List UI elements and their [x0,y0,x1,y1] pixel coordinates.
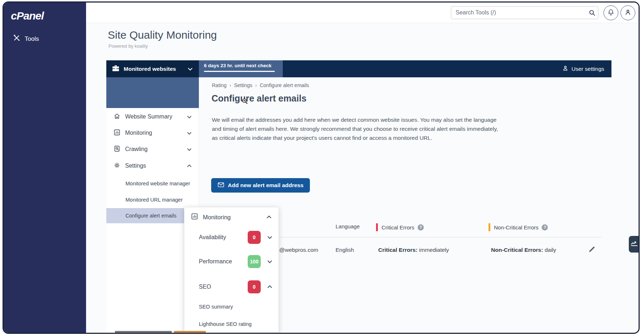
breadcrumb-separator: › [255,82,257,88]
tools-label: Tools [25,35,39,43]
line-chart-icon [630,240,638,249]
monitoring-dropdown-panel: Monitoring Availability 0 Performance 10… [184,207,279,333]
sidebar-header-block [106,77,199,108]
column-label: Critical Errors [381,224,414,231]
row-non-critical-setting: Non-Critical Errors: daily [491,247,556,253]
gear-icon [114,162,120,170]
performance-badge: 100 [248,255,261,268]
add-alert-email-button[interactable]: Add new alert email address [211,178,310,193]
non-critical-label: Non-Critical Errors: [491,247,543,253]
cpanel-logo: cPanel [11,10,44,22]
sidebar-item-monitored-website-manager[interactable]: Monitored website manager [106,178,199,189]
chevron-down-icon [187,130,192,136]
sidebar-item-label: Settings [125,163,146,169]
sidebar-item-crawling[interactable]: Crawling [106,143,199,155]
search-input[interactable] [451,9,586,16]
panel-title-label: Monitoring [203,214,231,221]
bar-chart-icon [191,213,198,221]
column-header-non-critical-errors: Non-Critical Errors ? [489,223,548,231]
seo-badge: 0 [248,280,261,293]
chevron-down-icon [267,234,273,240]
breadcrumb-current: Configure alert emails [260,82,309,88]
chevron-down-icon [187,147,192,152]
sidebar-item-label: Website Summary [125,113,172,120]
panel-child-label: Lighthouse SEO rating [199,321,252,327]
user-settings-button[interactable]: User settings [555,60,611,77]
section-description: We will email the addresses you add here… [212,115,503,142]
home-icon [114,113,120,121]
app-window: cPanel Tools [3,1,640,334]
help-icon[interactable]: ? [542,224,548,231]
panel-item-label: Performance [199,258,232,265]
breadcrumb-separator: › [229,82,231,88]
topbar [86,3,639,23]
sidebar-item-monitored-url-manager[interactable]: Monitored URL manager [106,194,199,205]
sidebar-item-settings[interactable]: Settings [106,160,199,172]
row-critical-setting: Critical Errors: immediately [378,247,449,253]
non-critical-value: daily [545,247,556,253]
chevron-up-icon [187,163,192,169]
breadcrumb: Rating › Settings › Configure alert emai… [212,82,309,88]
chevron-down-icon [187,114,192,120]
tools-icon [13,34,20,43]
critical-accent-bar [376,223,378,231]
edit-icon[interactable] [588,245,597,255]
panel-item-label: Availability [199,234,226,241]
sidebar-child-label: Monitored URL manager [125,197,183,203]
availability-badge: 0 [248,231,261,244]
critical-label: Critical Errors: [378,247,418,253]
panel-item-monitoring[interactable]: Monitoring [184,211,278,223]
user-icon [624,9,631,17]
account-button[interactable] [620,5,635,20]
sidebar-child-label: Configure alert emails [125,213,176,219]
panel-item-seo[interactable]: SEO 0 [184,280,278,294]
column-header-critical-errors: Critical Errors ? [376,223,424,231]
notifications-button[interactable] [604,5,618,20]
column-label: Non-Critical Errors [494,224,538,231]
sidebar-item-label: Monitoring [125,130,152,136]
bottom-sliver-orange [174,331,206,333]
monitored-websites-label: Monitored websites [124,66,176,72]
user-settings-label: User settings [572,66,604,72]
row-language: English [336,247,354,253]
chevron-up-icon [266,214,272,220]
floating-chart-button[interactable] [629,236,639,253]
panel-item-lighthouse-seo-rating[interactable]: Lighthouse SEO rating [184,319,278,329]
row-email: @webpros.com [279,247,318,253]
toolbox-icon [112,65,119,73]
help-icon[interactable]: ? [418,224,424,231]
next-check-status: 6 days 23 hr. until next check [199,60,283,77]
plugin-navbar: Monitored websites 6 days 23 hr. until n… [106,60,611,77]
panel-item-availability[interactable]: Availability 0 [184,231,278,244]
panel-item-seo-summary[interactable]: SEO summary [184,302,278,311]
bottom-sliver-gray [115,331,172,333]
panel-item-label: SEO [199,284,211,290]
next-check-text: 6 days 23 hr. until next check [204,63,278,68]
non-critical-accent-bar [489,223,490,231]
person-icon [562,65,568,73]
panel-item-performance[interactable]: Performance 100 [184,255,278,268]
bar-chart-icon [114,129,120,137]
mouse-cursor-zoom-icon [242,98,248,106]
section-heading: Configure alert emails [212,93,307,104]
bell-icon [607,9,614,17]
breadcrumb-rating[interactable]: Rating [212,82,226,88]
powered-by: Powered by koality [108,43,148,49]
doc-search-icon [114,145,120,154]
breadcrumb-settings[interactable]: Settings [234,82,252,88]
critical-value: immediately [419,247,449,253]
monitored-websites-dropdown[interactable]: Monitored websites [106,60,199,77]
search-icon[interactable] [586,9,598,16]
chevron-down-icon [267,259,273,264]
table-divider [278,237,601,237]
column-header-language: Language [336,223,360,229]
sidebar-item-website-summary[interactable]: Website Summary [106,111,199,123]
envelope-icon [218,182,224,189]
sidebar-item-tools[interactable]: Tools [13,34,39,43]
panel-child-label: SEO summary [199,304,233,310]
sidebar-child-label: Monitored website manager [125,181,190,186]
next-check-progress [204,71,275,72]
app-sidebar: cPanel Tools [4,3,86,333]
chevron-up-icon [267,284,273,290]
sidebar-item-monitoring[interactable]: Monitoring [106,127,199,139]
